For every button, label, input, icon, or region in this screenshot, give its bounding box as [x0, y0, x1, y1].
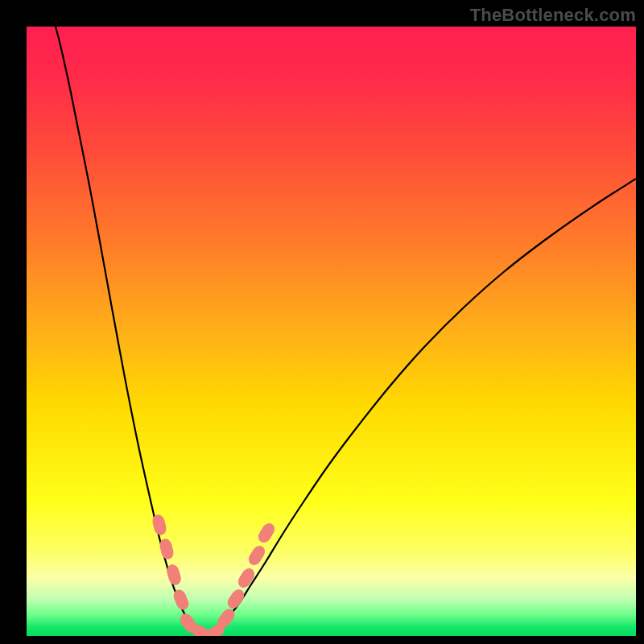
- plot-background: [27, 27, 636, 636]
- chart-container: TheBottleneck.com: [0, 0, 644, 644]
- chart-svg: [0, 0, 644, 644]
- watermark-label: TheBottleneck.com: [470, 5, 636, 26]
